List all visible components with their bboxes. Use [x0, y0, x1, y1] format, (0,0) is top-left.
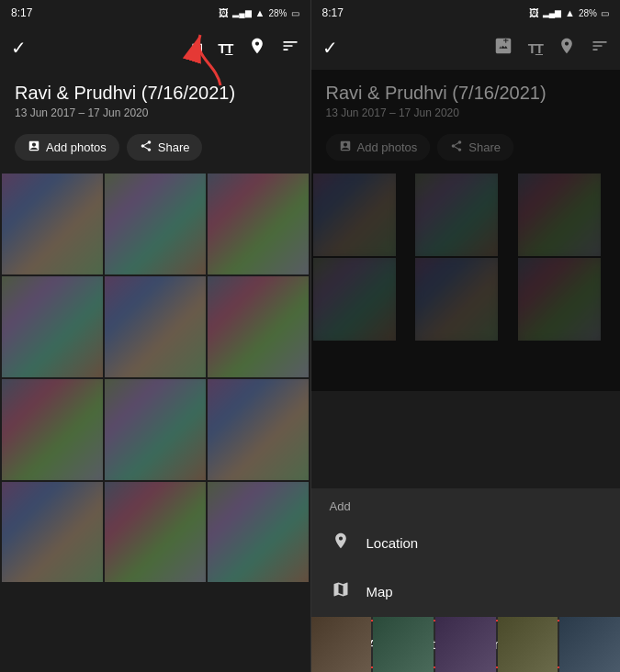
photo-cell[interactable]: [208, 482, 309, 583]
text-format-icon[interactable]: TT: [218, 40, 232, 56]
photo-cell[interactable]: [105, 482, 206, 583]
album-title-left: Ravi & Prudhvi (7/16/2021): [15, 81, 296, 105]
sort-icon-right[interactable]: [591, 37, 609, 60]
toolbar-right-right-section: TT: [493, 36, 609, 61]
strip-photo: [498, 617, 558, 672]
location-icon-drawer: [330, 532, 352, 554]
toolbar-right-section: ⊞ TT: [191, 37, 299, 60]
toolbar-left: ✓ ⊞ TT: [0, 26, 310, 70]
photo-cell[interactable]: [105, 174, 206, 274]
share-label: Share: [158, 140, 190, 154]
signal-bars-icon: ▂▄▆: [232, 8, 251, 17]
photo-cell[interactable]: [2, 379, 103, 480]
strip-photo: [373, 617, 434, 672]
map-icon-drawer: [330, 580, 352, 603]
photo-cell[interactable]: [208, 276, 309, 377]
photo-strip: [311, 617, 621, 672]
location-pin-icon[interactable]: [248, 37, 266, 60]
strip-photo: [559, 617, 620, 672]
text-format-icon-right[interactable]: TT: [528, 40, 543, 56]
right-panel: 8:17 🖼 ▂▄▆ ▲ 28% ▭ ✓ TT: [310, 0, 621, 672]
map-label: Map: [366, 584, 393, 599]
dim-overlay: [311, 70, 621, 391]
status-icons-right: 🖼 ▂▄▆ ▲ 28% ▭: [529, 7, 609, 18]
signal-bars-icon-r: ▂▄▆: [543, 8, 561, 17]
album-info-left: Ravi & Prudhvi (7/16/2021) 13 Jun 2017 –…: [0, 70, 310, 127]
left-panel: 8:17 🖼 ▂▄▆ ▲ 28% ▭ ✓ ⊞ TT: [0, 0, 310, 672]
location-label: Location: [366, 535, 419, 551]
share-button-left[interactable]: Share: [127, 134, 203, 161]
back-check-icon[interactable]: ✓: [11, 37, 27, 59]
battery-body-icon: ▭: [291, 8, 299, 18]
strip-photo: [311, 617, 372, 672]
action-buttons-left: Add photos Share: [0, 127, 310, 172]
photo-icon: 🖼: [219, 7, 229, 18]
battery-icon: 28%: [268, 8, 287, 18]
photo-icon-r: 🖼: [529, 7, 539, 18]
drawer-item-map[interactable]: Map: [311, 567, 621, 616]
share-btn-icon: [140, 140, 152, 155]
photo-cell[interactable]: [105, 379, 206, 480]
status-bar-right: 8:17 🖼 ▂▄▆ ▲ 28% ▭: [311, 0, 621, 26]
add-photos-label: Add photos: [46, 140, 107, 154]
add-photos-button-left[interactable]: Add photos: [15, 134, 119, 161]
photo-cell[interactable]: [105, 276, 206, 377]
status-time-right: 8:17: [322, 6, 344, 19]
bottom-drawer: Add Location Map: [311, 488, 621, 672]
photo-cell[interactable]: [2, 482, 103, 583]
wifi-icon-r: ▲: [565, 7, 575, 18]
photo-grid-left: [0, 172, 310, 584]
wifi-icon: ▲: [255, 7, 265, 18]
photo-cell[interactable]: [2, 276, 103, 377]
add-photo-icon[interactable]: ⊞: [191, 39, 203, 57]
add-photos-btn-icon: [28, 140, 40, 155]
location-pin-icon-right[interactable]: [558, 37, 576, 60]
photo-cell[interactable]: [2, 174, 103, 274]
battery-icon-r: 28%: [579, 8, 597, 18]
strip-photo: [435, 617, 496, 672]
album-dates-left: 13 Jun 2017 – 17 Jun 2020: [15, 106, 296, 119]
back-check-icon-right[interactable]: ✓: [322, 37, 338, 59]
status-bar-left: 8:17 🖼 ▂▄▆ ▲ 28% ▭: [0, 0, 310, 26]
toolbar-right: ✓ TT: [311, 26, 621, 70]
status-icons-left: 🖼 ▂▄▆ ▲ 28% ▭: [219, 7, 299, 18]
drawer-item-location[interactable]: Location: [311, 519, 621, 567]
battery-body-icon-r: ▭: [601, 8, 609, 18]
status-time-left: 8:17: [11, 6, 32, 19]
photo-cell[interactable]: [208, 174, 309, 274]
sort-icon[interactable]: [281, 37, 299, 60]
toolbar-left-section: ✓: [11, 37, 27, 59]
add-photo-icon-right[interactable]: [493, 36, 513, 61]
drawer-add-label: Add: [311, 488, 621, 519]
toolbar-right-left-section: ✓: [322, 37, 338, 59]
photo-cell[interactable]: [208, 379, 309, 480]
